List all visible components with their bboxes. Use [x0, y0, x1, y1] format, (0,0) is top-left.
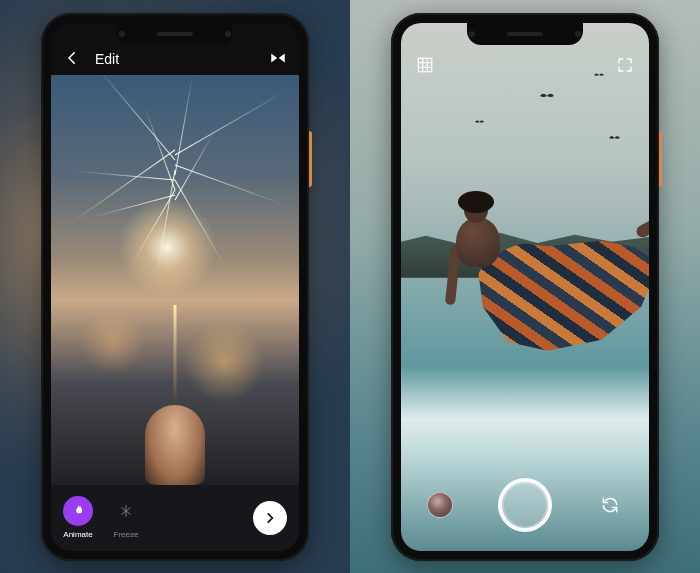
tool-freeze[interactable]: Freeze [111, 496, 141, 539]
screen-right [401, 23, 649, 551]
tool-label: Animate [63, 530, 92, 539]
device-notch [467, 23, 583, 45]
flip-horizontal-icon[interactable] [269, 49, 287, 67]
flame-icon [63, 496, 93, 526]
left-panel: Edit [0, 0, 350, 573]
grid-icon[interactable] [413, 53, 437, 77]
right-panel [350, 0, 700, 573]
snowflake-icon [111, 496, 141, 526]
edit-bottombar: Animate Freeze [51, 485, 299, 551]
tool-animate[interactable]: Animate [63, 496, 93, 539]
photo-subject [446, 197, 649, 357]
chevron-right-icon [263, 511, 277, 525]
next-button[interactable] [253, 501, 287, 535]
tool-label: Freeze [114, 530, 139, 539]
edit-title: Edit [95, 51, 119, 67]
phone-frame-right [391, 13, 659, 561]
fullscreen-icon[interactable] [613, 53, 637, 77]
svg-rect-0 [418, 58, 432, 72]
shutter-button[interactable] [498, 478, 552, 532]
camera-viewfinder[interactable] [401, 23, 649, 551]
gallery-thumb-button[interactable] [427, 492, 453, 518]
camera-bottombar [401, 473, 649, 537]
screen-left: Edit [51, 23, 299, 551]
back-icon[interactable] [63, 49, 81, 67]
device-notch [117, 23, 233, 45]
camera-switch-icon[interactable] [597, 492, 623, 518]
edit-canvas[interactable] [51, 75, 299, 485]
phone-frame-left: Edit [41, 13, 309, 561]
